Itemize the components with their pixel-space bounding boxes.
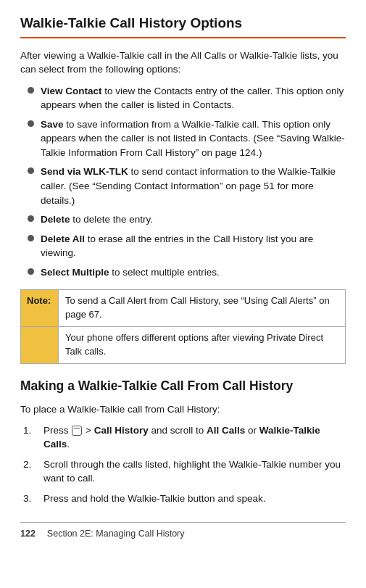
footer-section-label: Section 2E: Managing Call History [47, 527, 185, 540]
footer-page-number: 122 [20, 527, 36, 540]
bullet-icon [28, 120, 34, 127]
step-3-text: Press and hold the Walkie-Talkie button … [43, 492, 265, 506]
step-1: 1. Press > Call History and scroll to Al… [23, 423, 346, 452]
section2-title: Making a Walkie-Talkie Call From Call Hi… [20, 377, 346, 395]
page-container: Walkie-Talkie Call History Options After… [0, 0, 366, 553]
steps-list: 1. Press > Call History and scroll to Al… [20, 423, 346, 506]
bullet-delete-all: Delete All to erase all the entries in t… [41, 232, 346, 260]
list-item: Delete to delete the entry. [28, 212, 346, 227]
note-box: Note: To send a Call Alert from Call His… [20, 289, 346, 363]
bullet-delete: Delete to delete the entry. [41, 212, 153, 227]
list-item: View Contact to view the Contacts entry … [28, 84, 346, 112]
note-label: Note: [21, 290, 59, 326]
step-1-text: Press > Call History and scroll to All C… [43, 423, 346, 452]
menu-button-icon [72, 426, 82, 436]
step-2-text: Scroll through the calls listed, highlig… [43, 457, 346, 486]
note-row-2: Your phone offers different options afte… [21, 327, 345, 363]
note-row-1: Note: To send a Call Alert from Call His… [21, 290, 345, 327]
intro-paragraph: After viewing a Walkie-Talkie call in th… [20, 49, 346, 77]
bullet-send-wlk: Send via WLK-TLK to send contact informa… [41, 165, 346, 207]
list-item: Delete All to erase all the entries in t… [28, 232, 346, 260]
bullet-icon [28, 235, 34, 241]
step-number: 2. [23, 457, 39, 472]
list-item: Save to save information from a Walkie-T… [28, 117, 346, 160]
options-list: View Contact to view the Contacts entry … [20, 84, 346, 280]
page-title: Walkie-Talkie Call History Options [20, 13, 346, 38]
bullet-select-multiple: Select Multiple to select multiple entri… [41, 265, 220, 280]
bullet-save: Save to save information from a Walkie-T… [41, 117, 346, 160]
note-content-2: Your phone offers different options afte… [59, 327, 345, 363]
list-item: Send via WLK-TLK to send contact informa… [28, 165, 346, 207]
step-number: 3. [23, 492, 39, 506]
step-2: 2. Scroll through the calls listed, high… [23, 457, 346, 486]
section2-intro: To place a Walkie-Talkie call from Call … [20, 402, 346, 417]
bullet-icon [28, 268, 34, 275]
note-label-empty [21, 327, 59, 363]
bullet-view-contact: View Contact to view the Contacts entry … [41, 84, 346, 112]
bullet-icon [28, 87, 34, 94]
bullet-icon [28, 167, 34, 174]
note-content-1: To send a Call Alert from Call History, … [59, 290, 345, 326]
step-3: 3. Press and hold the Walkie-Talkie butt… [23, 492, 346, 506]
list-item: Select Multiple to select multiple entri… [28, 265, 346, 280]
footer-bar: 122 Section 2E: Managing Call History [20, 522, 346, 540]
step-number: 1. [23, 423, 39, 438]
bullet-icon [28, 215, 34, 222]
